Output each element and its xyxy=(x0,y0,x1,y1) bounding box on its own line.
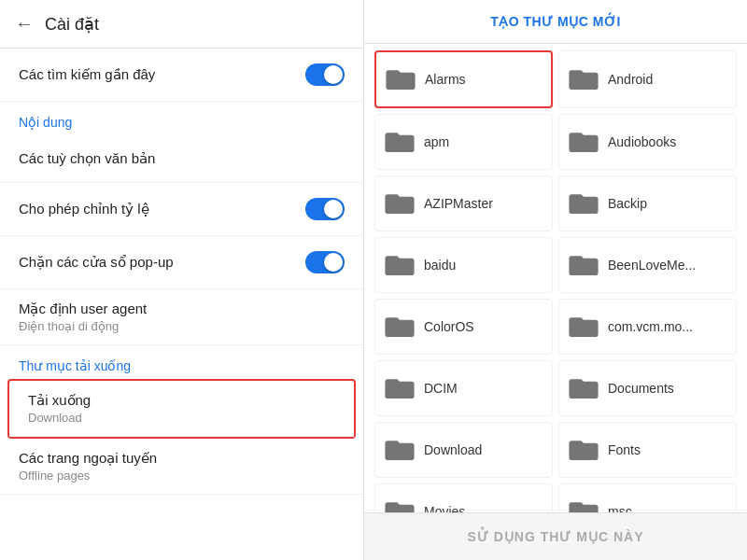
folder-item-backip[interactable]: Backip xyxy=(558,175,737,231)
folder-icon-backip xyxy=(569,189,599,217)
use-folder-bar: SỬ DỤNG THƯ MỤC NÀY xyxy=(364,512,747,560)
folder-icon-documents xyxy=(569,374,599,402)
create-folder-title: TẠO THƯ MỤC MỚI xyxy=(490,14,621,29)
folder-item-alarms[interactable]: Alarms xyxy=(374,50,553,108)
recent-search-label: Các tìm kiếm gần đây xyxy=(19,66,155,83)
download-sublabel: Download xyxy=(28,411,335,425)
offline-sublabel: Offline pages xyxy=(19,469,345,483)
recent-search-toggle[interactable] xyxy=(305,63,345,86)
folder-name-msc: msc xyxy=(608,504,632,512)
folder-item-colorOS[interactable]: ColorOS xyxy=(374,299,553,355)
scale-label: Cho phép chỉnh tỷ lệ xyxy=(19,201,149,217)
folder-name-backip: Backip xyxy=(608,196,647,211)
text-options-item[interactable]: Các tuỳ chọn văn bản xyxy=(0,135,363,183)
folder-name-alarms: Alarms xyxy=(425,72,466,87)
folder-name-azipmaster: AZIPMaster xyxy=(424,196,493,211)
recent-search-item[interactable]: Các tìm kiếm gần đây xyxy=(0,49,363,102)
popup-label: Chặn các cửa sổ pop-up xyxy=(19,254,174,271)
section-thu-muc: Thư mục tải xuống xyxy=(0,345,363,379)
settings-list: Các tìm kiếm gần đây Nội dung Các tuỳ ch… xyxy=(0,49,363,560)
folder-icon-alarms xyxy=(386,65,416,93)
folder-picker-panel: TẠO THƯ MỤC MỚI Alarms Android apm Audio… xyxy=(364,0,747,560)
back-button[interactable]: ← xyxy=(15,13,34,35)
folder-item-dcim[interactable]: DCIM xyxy=(374,360,553,416)
folder-name-colorOS: ColorOS xyxy=(424,319,474,334)
folder-grid: Alarms Android apm Audiobooks AZIPMaster… xyxy=(364,44,747,512)
folder-name-apm: apm xyxy=(424,134,449,149)
download-label: Tải xuống xyxy=(28,392,335,409)
folder-item-baidu[interactable]: baidu xyxy=(374,237,553,293)
folder-item-apm[interactable]: apm xyxy=(374,114,553,170)
scale-item[interactable]: Cho phép chỉnh tỷ lệ xyxy=(0,183,363,236)
folder-item-audiobooks[interactable]: Audiobooks xyxy=(558,114,737,170)
folder-name-movies: Movies xyxy=(424,504,465,512)
folder-name-fonts: Fonts xyxy=(608,442,641,457)
folder-icon-download xyxy=(385,436,415,464)
folder-icon-fonts xyxy=(569,436,599,464)
folder-icon-com-vcm xyxy=(569,313,599,341)
offline-label: Các trang ngoại tuyến xyxy=(19,450,345,467)
folder-item-com-vcm[interactable]: com.vcm.mo... xyxy=(558,299,737,355)
use-folder-button[interactable]: SỬ DỤNG THƯ MỤC NÀY xyxy=(468,529,644,544)
folder-icon-msc xyxy=(569,497,599,512)
folder-icon-apm xyxy=(385,128,415,156)
folder-icon-audiobooks xyxy=(569,128,599,156)
folder-item-beenloveme[interactable]: BeenLoveMe... xyxy=(558,237,737,293)
folder-icon-movies xyxy=(385,497,415,512)
folder-icon-baidu xyxy=(385,251,415,279)
folder-item-msc[interactable]: msc xyxy=(558,483,737,512)
folder-name-documents: Documents xyxy=(608,381,674,396)
user-agent-label: Mặc định user agent xyxy=(19,301,345,317)
text-options-label: Các tuỳ chọn văn bản xyxy=(19,150,155,167)
folder-item-movies[interactable]: Movies xyxy=(374,483,553,512)
popup-item[interactable]: Chặn các cửa sổ pop-up xyxy=(0,236,363,289)
folder-icon-azipmaster xyxy=(385,189,415,217)
settings-panel: ← Cài đặt Các tìm kiếm gần đây Nội dung … xyxy=(0,0,364,560)
popup-toggle[interactable] xyxy=(305,251,345,273)
folder-icon-dcim xyxy=(385,374,415,402)
settings-title: Cài đặt xyxy=(45,14,99,35)
folder-name-beenloveme: BeenLoveMe... xyxy=(608,258,696,273)
folder-icon-colorOS xyxy=(385,313,415,341)
folder-name-android: Android xyxy=(608,72,653,87)
folder-item-android[interactable]: Android xyxy=(558,50,737,108)
folder-name-download: Download xyxy=(424,442,482,457)
folder-item-documents[interactable]: Documents xyxy=(558,360,737,416)
folder-name-audiobooks: Audiobooks xyxy=(608,134,676,149)
user-agent-sublabel: Điện thoại di động xyxy=(19,319,345,333)
folder-picker-header: TẠO THƯ MỤC MỚI xyxy=(364,0,747,44)
settings-header: ← Cài đặt xyxy=(0,0,363,49)
folder-icon-android xyxy=(569,65,599,93)
folder-name-com-vcm: com.vcm.mo... xyxy=(608,319,693,334)
user-agent-item[interactable]: Mặc định user agent Điện thoại di động xyxy=(0,289,363,345)
folder-icon-beenloveme xyxy=(569,251,599,279)
folder-item-download[interactable]: Download xyxy=(374,422,553,478)
folder-item-azipmaster[interactable]: AZIPMaster xyxy=(374,175,553,231)
scale-toggle[interactable] xyxy=(305,198,345,220)
download-section-highlight: Tải xuống Download xyxy=(7,379,356,439)
download-item[interactable]: Tải xuống Download xyxy=(9,381,354,437)
folder-item-fonts[interactable]: Fonts xyxy=(558,422,737,478)
folder-name-dcim: DCIM xyxy=(424,381,458,396)
section-noi-dung: Nội dung xyxy=(0,102,363,135)
folder-name-baidu: baidu xyxy=(424,258,456,273)
offline-item[interactable]: Các trang ngoại tuyến Offline pages xyxy=(0,439,363,495)
